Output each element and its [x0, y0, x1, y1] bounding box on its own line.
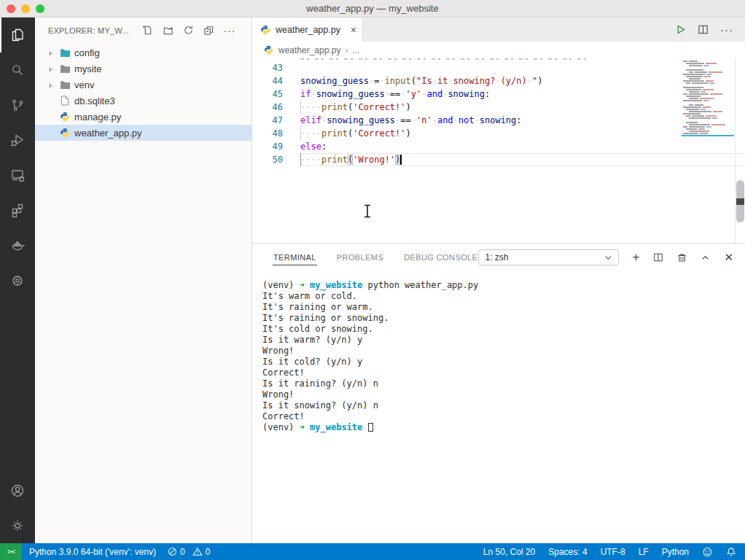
chevron-right-icon[interactable]: › — [45, 63, 55, 74]
docker-icon[interactable] — [0, 228, 35, 262]
terminal-line: Wrong! — [262, 346, 745, 357]
code-line-47[interactable]: elif·snowing_guess·==·'n'·and·not·snowin… — [300, 114, 745, 127]
code-line-50[interactable]: ····print('Wrong!') — [300, 153, 745, 166]
kill-terminal-icon[interactable] — [677, 252, 687, 262]
tree-item-db-sqlite3[interactable]: db.sqlite3 — [35, 93, 251, 109]
code-line-45[interactable]: if·snowing_guess·==·'y'·and·snowing: — [300, 88, 745, 101]
breadcrumb-chevron-icon: › — [345, 45, 348, 55]
editor-scrollbar[interactable] — [735, 58, 745, 243]
line-number: 45 — [252, 88, 284, 101]
run-and-debug-icon[interactable] — [0, 122, 35, 158]
error-icon — [168, 547, 177, 556]
split-terminal-icon[interactable] — [653, 252, 663, 262]
terminal-shell-dropdown[interactable]: 1: zsh — [478, 249, 619, 265]
shell-dropdown-value: 1: zsh — [485, 252, 508, 262]
minimap[interactable] — [682, 60, 734, 136]
terminal-line: Is it warm? (y/n) y — [262, 335, 745, 346]
explorer-sidebar: EXPLORER: MY_W... ··· ›config›mysite›ven… — [35, 18, 252, 543]
remote-indicator[interactable]: >< — [0, 543, 22, 560]
maximize-panel-icon[interactable] — [701, 253, 710, 262]
terminal-line: Correct! — [262, 368, 745, 378]
line-number-gutter: 4344454647484950 — [252, 58, 284, 243]
new-file-icon[interactable] — [141, 23, 155, 38]
editor-more-actions-icon[interactable]: ··· — [720, 23, 733, 36]
tree-item-config[interactable]: ›config — [35, 44, 251, 61]
remote-explorer-icon[interactable] — [0, 158, 35, 192]
terminal-line: Wrong! — [262, 389, 745, 400]
explorer-icon[interactable] — [0, 18, 35, 52]
new-folder-icon[interactable] — [161, 23, 176, 38]
panel-tab-problems[interactable]: PROBLEMS — [336, 249, 384, 265]
tree-item-manage-py[interactable]: manage.py — [35, 109, 251, 125]
panel-tab-terminal[interactable]: TERMINAL — [273, 249, 317, 265]
indent-guide — [300, 101, 301, 114]
file-icon — [59, 95, 71, 106]
code-line-46[interactable]: ····print('Correct!') — [300, 101, 745, 114]
notifications-bell-icon[interactable] — [726, 547, 736, 557]
terminal-line: It's warm or cold. — [262, 291, 745, 302]
terminal-output[interactable]: (venv) ➜ my_website python weather_app.p… — [252, 271, 745, 433]
eol-indicator[interactable]: LF — [639, 547, 649, 557]
terminal-line: (venv) ➜ my_website python weather_app.p… — [262, 280, 745, 291]
chevron-down-icon — [604, 254, 612, 262]
breadcrumb-file[interactable]: weather_app.py — [278, 45, 340, 55]
code-line-49[interactable]: else: — [300, 140, 745, 153]
line-number: 50 — [252, 153, 284, 166]
code-line-48[interactable]: ····print('Correct!') — [300, 127, 745, 140]
chevron-right-icon[interactable]: › — [45, 79, 55, 90]
chevron-right-icon[interactable]: › — [45, 47, 55, 58]
source-control-icon[interactable] — [0, 88, 35, 122]
folder-icon — [59, 79, 71, 90]
collapse-folders-icon[interactable] — [202, 23, 217, 38]
run-python-file-icon[interactable] — [675, 24, 686, 35]
line-number: 46 — [252, 101, 284, 114]
new-terminal-icon[interactable]: + — [632, 250, 639, 265]
panel-tab-debug-console[interactable]: DEBUG CONSOLE — [403, 249, 478, 265]
tab-close-icon[interactable]: × — [351, 25, 356, 35]
search-icon[interactable] — [0, 52, 35, 88]
code-editor[interactable]: 4344454647484950 snowing_guess·=·input("… — [252, 58, 745, 243]
line-number: 48 — [252, 127, 284, 140]
split-editor-icon[interactable] — [698, 24, 709, 35]
file-tree: ›config›mysite›venvdb.sqlite3manage.pywe… — [35, 44, 251, 141]
feedback-smiley-icon[interactable] — [702, 547, 713, 557]
encoding-indicator[interactable]: UTF-8 — [601, 547, 625, 557]
account-icon[interactable] — [0, 473, 35, 508]
tree-item-weather-app-py[interactable]: weather_app.py — [35, 125, 251, 141]
breadcrumb-python-icon — [262, 44, 274, 56]
window-title: weather_app.py — my_website — [306, 3, 438, 14]
line-number: 43 — [252, 61, 284, 74]
indentation-indicator[interactable]: Spaces: 4 — [548, 547, 587, 557]
bottom-panel: TERMINALPROBLEMSDEBUG CONSOLE 1: zsh + ✕… — [252, 243, 745, 543]
activity-bar — [0, 18, 35, 543]
python-interpreter-indicator[interactable]: Python 3.9.0 64-bit ('venv': venv) — [29, 547, 156, 557]
breadcrumb: weather_app.py › ... — [252, 42, 745, 58]
explorer-more-actions-icon[interactable]: ··· — [222, 23, 237, 38]
breadcrumb-symbol[interactable]: ... — [352, 45, 359, 55]
tree-item-mysite[interactable]: ›mysite — [35, 61, 251, 77]
close-panel-icon[interactable]: ✕ — [724, 251, 733, 264]
terminal-line: Correct! — [262, 411, 745, 422]
terminal-line: Is it raining? (y/n) n — [262, 378, 745, 389]
terminal-line: Is it cold? (y/n) y — [262, 357, 745, 368]
code-line-44[interactable]: snowing_guess·=·input("Is·it·snowing?·(y… — [300, 74, 745, 88]
code-content[interactable]: snowing_guess·=·input("Is·it·snowing?·(y… — [284, 58, 745, 243]
settings-gear-icon[interactable] — [0, 508, 35, 543]
terminal-line: It's cold or snowing. — [262, 324, 745, 335]
cursor-position-indicator[interactable]: Ln 50, Col 20 — [483, 547, 535, 557]
tab-weather-app[interactable]: weather_app.py × — [252, 18, 363, 42]
python-environment-icon[interactable] — [0, 262, 35, 298]
python-icon — [59, 127, 71, 139]
refresh-icon[interactable] — [182, 23, 196, 38]
close-window-button[interactable] — [7, 4, 15, 13]
status-bar: >< Python 3.9.0 64-bit ('venv': venv) 0 … — [0, 543, 745, 560]
python-file-icon — [260, 24, 271, 36]
minimize-window-button[interactable] — [21, 4, 30, 13]
code-line-43[interactable] — [300, 61, 745, 74]
tree-item-venv[interactable]: ›venv — [35, 77, 251, 93]
language-mode-indicator[interactable]: Python — [662, 547, 689, 557]
problems-indicator[interactable]: 0 0 — [168, 547, 210, 557]
zoom-window-button[interactable] — [36, 4, 44, 13]
editor-tab-bar: weather_app.py × ··· — [252, 18, 745, 42]
extensions-icon[interactable] — [0, 192, 35, 228]
